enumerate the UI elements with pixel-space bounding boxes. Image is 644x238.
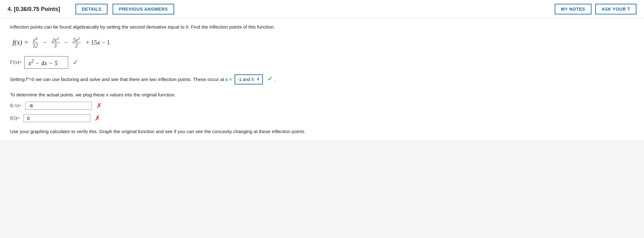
- details-button[interactable]: DETAILS: [75, 4, 108, 14]
- f5-row: f(5)= ✗: [10, 114, 636, 122]
- frac-x4-12: x4 12: [32, 36, 39, 49]
- plug-text: To determine the actual points, we plug …: [10, 91, 636, 99]
- header-bar: 4. [0.36/0.75 Points] DETAILS PREVIOUS A…: [0, 0, 644, 19]
- f5-cross: ✗: [95, 114, 100, 122]
- my-notes-button[interactable]: MY NOTES: [555, 4, 591, 14]
- second-derivative-checkmark: ✓: [73, 58, 78, 67]
- previous-answers-button[interactable]: PREVIOUS ANSWERS: [113, 4, 174, 14]
- function-formula: f(x) = x4 12 − 2x3 3 − 5x2 2 + 15x − 1: [13, 36, 636, 49]
- main-content: Inflection points can be found algebraic…: [0, 19, 644, 140]
- setting-prefix: Setting f"=0 we can use factoring and so…: [10, 77, 233, 82]
- inflection-points-dropdown[interactable]: -1 and 5 ⬍: [235, 74, 263, 84]
- frac-2x3-3: 2x3 3: [51, 36, 60, 49]
- f-neg1-cross: ✗: [96, 102, 102, 110]
- frac-5x2-2: 5x2 2: [72, 36, 81, 49]
- f-neg1-input[interactable]: [25, 102, 92, 110]
- function-label: f(x) =: [13, 38, 29, 46]
- inflection-points-value: -1 and 5: [238, 76, 254, 83]
- f-neg1-row: f(-1)= ✗: [10, 102, 636, 110]
- inflection-checkmark: ✓: [267, 75, 273, 83]
- setting-row: Setting f"=0 we can use factoring and so…: [10, 73, 636, 84]
- f-neg1-label: f(-1)=: [10, 103, 21, 108]
- question-label: 4. [0.36/0.75 Points]: [8, 6, 70, 13]
- header-right-buttons: MY NOTES ASK YOUR T: [555, 4, 636, 14]
- f5-label: f(5)=: [10, 116, 20, 121]
- dropdown-arrow-icon: ⬍: [257, 76, 260, 82]
- verify-text: Use your graphing calculator to verify t…: [10, 128, 636, 135]
- second-derivative-label: f"(x)=: [10, 60, 22, 65]
- intro-text: Inflection points can be found algebraic…: [10, 24, 636, 31]
- ask-teacher-button[interactable]: ASK YOUR T: [595, 4, 636, 14]
- second-derivative-box: x2 − 4x − 5: [24, 56, 68, 69]
- f5-input[interactable]: [24, 114, 90, 122]
- second-derivative-row: f"(x)= x2 − 4x − 5 ✓: [10, 56, 636, 69]
